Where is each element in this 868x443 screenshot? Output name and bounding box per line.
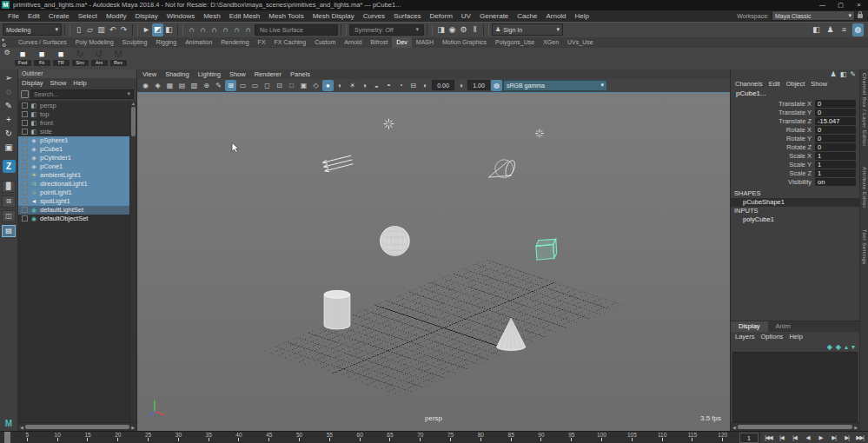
attribute-value-field[interactable]: 1: [815, 152, 856, 160]
menu-item[interactable]: UV: [457, 10, 475, 22]
minimize-button[interactable]: —: [815, 2, 830, 8]
new-scene-icon[interactable]: ▯: [73, 23, 84, 36]
snap-to-grid-icon[interactable]: ∩: [186, 23, 197, 36]
bookmarks-icon[interactable]: ▤: [176, 80, 188, 91]
textured-mode-icon[interactable]: ◐: [335, 80, 346, 91]
step-back-key-button[interactable]: |◀: [788, 434, 801, 441]
item-toggle[interactable]: [22, 102, 28, 109]
save-scene-icon[interactable]: ▥: [96, 23, 107, 36]
view-transform-dropdown[interactable]: sRGB gamma ▾: [503, 80, 607, 91]
list-item[interactable]: ◧ persp: [18, 102, 129, 110]
layer-editor-tab[interactable]: Anim: [768, 321, 798, 332]
edit-channels-icon[interactable]: ✎: [850, 69, 856, 79]
shaded-mode-icon[interactable]: ●: [322, 80, 334, 91]
channel-box-menu-item[interactable]: Edit: [769, 80, 780, 88]
layout-four-pane[interactable]: ⊞: [2, 195, 16, 208]
step-forward-key-button[interactable]: ▶|: [827, 434, 840, 441]
scroll-right-icon[interactable]: ▶: [131, 425, 135, 430]
film-gate-icon[interactable]: ▭: [237, 80, 248, 91]
play-backwards-button[interactable]: ◀: [801, 434, 814, 441]
lock-icon[interactable]: [858, 14, 863, 18]
list-item[interactable]: ◈ pSphere1: [18, 136, 129, 145]
layer-editor-menu-item[interactable]: Help: [789, 333, 802, 341]
attribute-value-field[interactable]: 1: [815, 161, 856, 169]
panel-menu-item[interactable]: View: [142, 70, 156, 78]
list-item[interactable]: ☼ pointLight1: [18, 188, 129, 197]
layer-editor-menu-item[interactable]: Layers: [735, 333, 755, 341]
pause-viewport-icon[interactable]: ‖: [469, 23, 480, 36]
shelf-tab[interactable]: XGen: [539, 37, 563, 48]
channel-box-menu-item[interactable]: Object: [786, 80, 805, 88]
select-object-icon[interactable]: ◩: [152, 23, 163, 36]
menu-item[interactable]: Mesh Tools: [264, 10, 308, 22]
list-item[interactable]: ⇉ directionalLight1: [18, 180, 129, 188]
list-item[interactable]: ◧ side: [18, 128, 129, 136]
resolution-gate-icon[interactable]: ▭: [249, 80, 261, 91]
shelf-button[interactable]: M Rev: [109, 49, 127, 66]
symmetry-dropdown[interactable]: Symmetry: Off ▾: [349, 24, 424, 36]
outliner-menu-item[interactable]: Show: [50, 79, 67, 87]
menu-item[interactable]: Modify: [102, 10, 131, 22]
attribute-value-field[interactable]: -15.047: [815, 117, 856, 125]
panel-menu-item[interactable]: Panels: [290, 70, 310, 78]
grid-icon[interactable]: ⊞: [225, 80, 236, 91]
custom-z-tool-button[interactable]: Z: [3, 160, 16, 173]
shelf-options[interactable]: ⚙: [2, 49, 12, 56]
shelf-tab[interactable]: Rendering: [216, 37, 253, 48]
time-slider-track[interactable]: 5 10 15 20: [0, 432, 738, 443]
scale-tool-icon[interactable]: ▣: [4, 142, 12, 152]
menu-item[interactable]: Select: [74, 10, 102, 22]
gate-mask-icon[interactable]: ◻: [262, 80, 273, 91]
menu-item[interactable]: Edit: [23, 10, 44, 22]
go-to-start-button[interactable]: |◀◀: [762, 434, 775, 441]
item-toggle[interactable]: [22, 111, 28, 117]
step-forward-frame-button[interactable]: ▶|: [840, 434, 853, 441]
scroll-thumb[interactable]: [738, 425, 852, 429]
list-item[interactable]: ◈ pCylinder1: [18, 154, 129, 162]
attribute-value-field[interactable]: 0: [815, 135, 856, 142]
attribute-value-field[interactable]: 0: [815, 126, 856, 134]
list-item[interactable]: ◉ defaultLightSet: [18, 206, 129, 215]
shelf-tab[interactable]: Bifrost: [367, 37, 393, 48]
search-input[interactable]: Search... ▾: [30, 89, 134, 99]
gamma-icon[interactable]: ◑: [455, 80, 467, 91]
list-item[interactable]: ◈ pCone1: [18, 162, 129, 171]
xray-icon[interactable]: ◔: [395, 80, 407, 91]
list-item[interactable]: ◧ top: [18, 110, 129, 119]
lasso-select-tool-icon[interactable]: ◌: [6, 87, 11, 96]
layer-editor-menu-item[interactable]: Options: [761, 333, 784, 341]
safe-action-icon[interactable]: □: [286, 80, 297, 91]
shelf-tab[interactable]: Custom: [310, 37, 340, 48]
select-component-icon[interactable]: ◧: [163, 23, 175, 36]
two-d-pan-zoom-icon[interactable]: ⊕: [201, 80, 212, 91]
shelf-tab[interactable]: Arnold: [340, 37, 366, 48]
shelf-tab[interactable]: FX: [254, 37, 270, 48]
menu-set-dropdown[interactable]: Modeling ▾: [3, 23, 62, 36]
move-layer-up-icon[interactable]: ▴: [845, 343, 848, 351]
shadows-icon[interactable]: ◑: [359, 80, 370, 91]
shelf-button[interactable]: ■ Fit: [33, 49, 50, 66]
menu-item[interactable]: Generate: [475, 10, 513, 22]
wireframe-mode-icon[interactable]: ◇: [310, 80, 321, 91]
maximize-button[interactable]: ▢: [833, 2, 848, 9]
new-layer-assign-icon[interactable]: ◆: [836, 343, 841, 351]
menu-item[interactable]: Display: [131, 10, 162, 22]
rotate-tool-icon[interactable]: ↻: [5, 129, 12, 138]
snap-to-view-plane-icon[interactable]: ∩: [231, 23, 242, 36]
modeling-toolkit-toggle[interactable]: ◧: [811, 23, 822, 36]
select-hierarchy-icon[interactable]: ►: [141, 23, 152, 36]
shelf-tab[interactable]: Poly Modeling: [71, 37, 118, 48]
menu-item[interactable]: Edit Mesh: [225, 10, 265, 22]
shelf-tab[interactable]: Curves / Surfaces: [14, 37, 71, 48]
list-item[interactable]: ◄ spotLight1: [18, 197, 129, 206]
lock-camera-icon[interactable]: ◈: [152, 80, 163, 91]
live-surface-field[interactable]: No Live Surface: [255, 24, 338, 36]
channel-box-menu-item[interactable]: Channels: [735, 80, 763, 88]
render-settings-icon[interactable]: ⚙: [458, 23, 469, 36]
item-toggle[interactable]: [22, 215, 28, 222]
menu-item[interactable]: Windows: [162, 10, 199, 22]
attribute-value-field[interactable]: 1: [815, 169, 856, 177]
render-current-frame-icon[interactable]: ◨: [435, 23, 447, 36]
shelf-button[interactable]: ■ TR: [52, 49, 70, 66]
move-layer-down-icon[interactable]: ▾: [851, 343, 855, 351]
